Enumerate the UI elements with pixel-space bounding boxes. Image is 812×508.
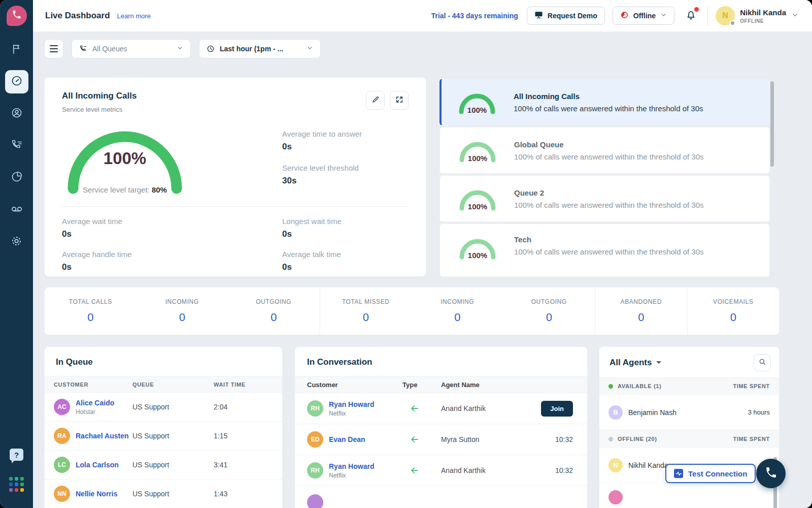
time-range-dropdown[interactable]: Last hour (1pm - ...: [199, 39, 321, 58]
table-row[interactable]: LC Lola Carlson US Support 3:41: [45, 451, 282, 480]
search-icon: [758, 358, 766, 368]
user-name: Nikhil Kanda: [740, 8, 786, 17]
help-button[interactable]: ?: [10, 449, 23, 461]
incoming-call-arrow-icon: [410, 403, 441, 414]
metric-avg-time-to-answer: Average time to answer 0s: [282, 130, 409, 152]
queue-card-all-incoming[interactable]: 100% All Incoming Calls 100% of calls we…: [439, 79, 770, 125]
queue-card-tech[interactable]: 100% Tech 100% of calls were answered wi…: [439, 224, 770, 277]
avatar: ED: [307, 431, 323, 448]
avatar: RA: [54, 428, 70, 444]
notification-badge-dot: [694, 7, 699, 12]
metric-avg-wait-time: Average wait time 0s: [62, 217, 282, 239]
app-switcher-icon[interactable]: [9, 477, 24, 492]
top-header: Live Dashboard Learn more Trial - 443 da…: [33, 0, 812, 31]
agent-name: Nikhil Kanda: [628, 461, 668, 469]
card-divider: [62, 206, 409, 207]
table-row[interactable]: NN Nellie Norris US Support 1:43: [45, 480, 282, 508]
queue-list-scrollbar[interactable]: [770, 81, 774, 167]
pie-chart-icon: [11, 171, 23, 185]
notifications-button[interactable]: [682, 7, 700, 25]
table-row[interactable]: RH Ryan HowardNetflix Anand Karthik Join: [295, 393, 587, 424]
avatar: B: [608, 405, 623, 420]
agent-row-partial: [599, 483, 779, 504]
agent-name: Benjamin Nash: [628, 408, 676, 417]
agent-search-button[interactable]: [754, 354, 771, 371]
dashboard-menu-button[interactable]: [44, 39, 63, 58]
clock-icon: [207, 45, 215, 53]
customer-link[interactable]: Lola Carlson: [76, 461, 119, 469]
customer-link[interactable]: Alice Caido: [76, 399, 114, 407]
gear-icon: [10, 235, 23, 249]
table-row[interactable]: RA Rachael Austen US Support 1:15: [45, 422, 282, 451]
agents-filter-dropdown[interactable]: All Agents: [610, 358, 661, 368]
test-connection-button[interactable]: Test Connection: [665, 464, 756, 483]
user-avatar: N: [716, 6, 735, 25]
sidebar-nav: [5, 38, 28, 253]
sidebar-item-dashboard[interactable]: [5, 70, 28, 93]
queue-card-queue-2[interactable]: 100% Queue 2 100% of calls were answered…: [439, 175, 770, 222]
service-level-card: All Incoming Calls Service level metrics: [44, 77, 426, 277]
service-card-subtitle: Service level metrics: [62, 106, 137, 113]
presentation-icon: [534, 11, 543, 21]
app-window: ? Live Dashboard Learn more Trial - 443 …: [0, 0, 812, 508]
sidebar-item-flag[interactable]: [5, 38, 28, 61]
sidebar-item-voicemail[interactable]: [5, 198, 28, 221]
bell-icon: [685, 14, 697, 22]
in-conversation-title: In Conversation: [295, 347, 587, 376]
avatar: [307, 494, 323, 508]
avatar: LC: [54, 457, 70, 473]
queues-filter-dropdown[interactable]: All Queues: [72, 39, 191, 58]
customer-link[interactable]: Nellie Norris: [76, 490, 117, 498]
agent-row[interactable]: B Benjamin Nash 3 hours: [599, 395, 779, 430]
expand-widget-button[interactable]: [390, 91, 409, 110]
phone-icon: [765, 466, 777, 481]
stat-total-calls: TOTAL CALLS0: [45, 288, 137, 335]
edit-widget-button[interactable]: [366, 91, 385, 110]
call-duration: 10:32: [522, 435, 573, 443]
filter-bar: All Queues Last hour (1pm - ...: [44, 39, 321, 58]
sidebar-item-contacts[interactable]: [5, 102, 28, 125]
stat-voicemails: VOICEMAILS0: [687, 288, 780, 335]
request-demo-button[interactable]: Request Demo: [527, 7, 605, 25]
call-duration: 10:32: [522, 466, 573, 474]
in-conversation-panel: In Conversation CustomerTypeAgent Name R…: [294, 346, 588, 508]
agents-available-header: AVAILABLE (1) TIME SPENT: [599, 377, 779, 395]
metric-service-level-threshold: Service level threshold 30s: [282, 164, 409, 186]
customer-link[interactable]: Evan Dean: [329, 435, 365, 443]
learn-more-link[interactable]: Learn more: [117, 12, 151, 20]
presence-dropdown[interactable]: Offline: [613, 7, 674, 25]
customer-link[interactable]: Ryan Howard: [329, 462, 374, 470]
help-question-icon: ?: [14, 451, 19, 459]
incoming-call-arrow-icon: [410, 434, 441, 444]
in-queue-title: In Queue: [45, 347, 282, 376]
queue-card-global-queue[interactable]: 100% Global Queue 100% of calls were ans…: [439, 127, 770, 174]
user-menu[interactable]: N Nikhil Kanda OFFLINE: [716, 6, 799, 25]
avatar: [608, 490, 623, 504]
avatar: AC: [54, 399, 70, 415]
sidebar-bottom: ?: [9, 449, 24, 508]
app-logo[interactable]: [7, 6, 27, 26]
chevron-down-icon: [660, 12, 667, 20]
queue-gauge: 100%: [457, 138, 498, 163]
queue-card-title: Queue 2: [514, 188, 704, 197]
sidebar-item-reports[interactable]: [5, 166, 28, 189]
phone-widget-fab[interactable]: [756, 459, 786, 488]
user-status: OFFLINE: [740, 18, 786, 24]
queue-gauge: 100%: [457, 235, 498, 260]
phone-filter-icon: [79, 45, 87, 53]
stat-abandoned: ABANDONED0: [595, 288, 687, 335]
stat-outgoing: OUTGOING0: [228, 288, 320, 335]
presence-offline-icon: [620, 11, 629, 21]
customer-link[interactable]: Ryan Howard: [329, 400, 374, 408]
join-call-button[interactable]: Join: [541, 401, 573, 417]
sidebar-item-settings[interactable]: [5, 230, 28, 253]
gauge-percent-value: 100%: [64, 149, 186, 168]
voicemail-icon: [10, 202, 23, 217]
caret-down-icon: [656, 361, 661, 366]
table-row[interactable]: RH Ryan HowardNetflix Anand Karthik 10:3…: [295, 455, 587, 486]
sidebar-item-call-metrics[interactable]: [5, 134, 28, 157]
table-row[interactable]: AC Alice CaidoHotstar US Support 2:04: [45, 393, 282, 422]
chevron-down-icon: [177, 44, 183, 53]
table-row[interactable]: ED Evan Dean Myra Sutton 10:32: [295, 424, 587, 455]
customer-link[interactable]: Rachael Austen: [76, 432, 129, 440]
